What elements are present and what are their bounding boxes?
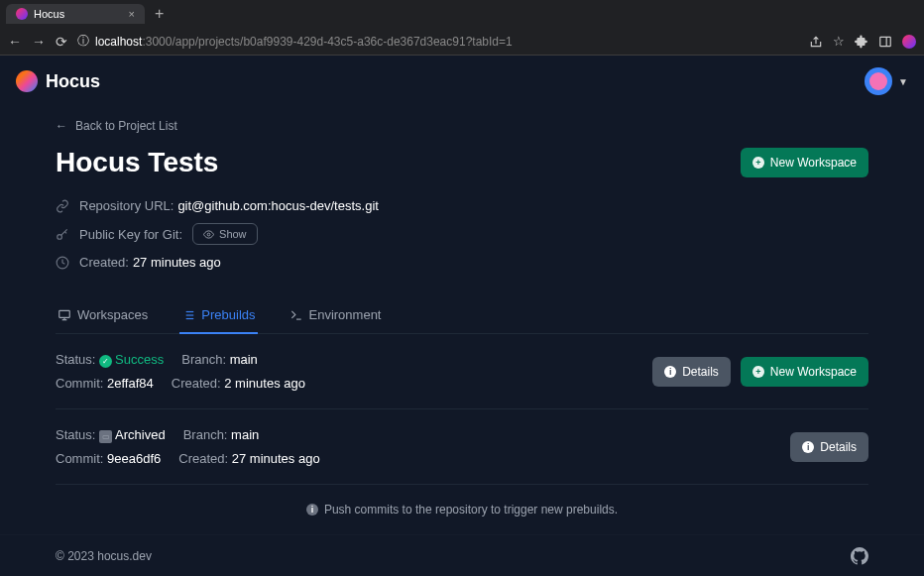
bookmark-icon[interactable]: ☆ <box>833 34 845 49</box>
title-row: Hocus Tests + New Workspace <box>56 147 868 178</box>
tab-environment[interactable]: Environment <box>288 297 384 334</box>
back-button[interactable]: ← <box>8 34 22 50</box>
new-workspace-button[interactable]: + New Workspace <box>741 148 868 177</box>
browser-chrome: Hocus × + ← → ⟳ ⓘ localhost:3000/app/pro… <box>0 0 924 56</box>
favicon <box>16 8 28 20</box>
app: Hocus ▼ ← Back to Project List Hocus Tes… <box>0 56 924 576</box>
logo-mark <box>16 70 38 92</box>
show-pubkey-button[interactable]: Show <box>192 223 258 245</box>
prebuild-row: Status: ✓Success Branch: main Commit: 2e… <box>56 334 868 409</box>
workspaces-icon <box>58 308 71 322</box>
avatar <box>865 67 892 95</box>
tab-environment-label: Environment <box>309 307 382 322</box>
address-bar: ← → ⟳ ⓘ localhost:3000/app/projects/b0af… <box>0 28 924 56</box>
tab-workspaces-label: Workspaces <box>77 307 148 322</box>
tabs: Workspaces Prebuilds Environment <box>56 297 868 334</box>
tab-title: Hocus <box>34 8 64 20</box>
branch-field: Branch: main <box>183 427 260 443</box>
browser-tab[interactable]: Hocus × <box>6 4 145 24</box>
created-field: Created: 27 minutes ago <box>178 451 319 466</box>
clock-icon <box>56 256 69 270</box>
url-field[interactable]: ⓘ localhost:3000/app/projects/b0af9939-4… <box>77 33 799 50</box>
reload-button[interactable]: ⟳ <box>56 34 67 50</box>
info-icon: i <box>306 504 318 516</box>
tab-prebuilds[interactable]: Prebuilds <box>179 297 257 334</box>
created-label: Created: <box>79 255 129 270</box>
svg-rect-5 <box>59 310 70 317</box>
status-value: Success <box>115 352 164 367</box>
chrome-actions: ☆ <box>809 34 916 49</box>
plus-icon: + <box>752 157 764 169</box>
prebuild-actions: i Details <box>790 432 868 462</box>
new-tab-button[interactable]: + <box>155 5 164 23</box>
details-label: Details <box>820 440 857 454</box>
pubkey-label: Public Key for Git: <box>79 227 182 242</box>
url-host: localhost <box>95 35 142 49</box>
github-icon[interactable] <box>851 547 868 565</box>
created-row: Created: 27 minutes ago <box>56 255 868 270</box>
close-tab-icon[interactable]: × <box>129 8 135 20</box>
pubkey-row: Public Key for Git: Show <box>56 223 868 245</box>
prebuild-info: Status: ▭Archived Branch: main Commit: 9… <box>56 427 320 466</box>
forward-button[interactable]: → <box>32 34 46 50</box>
hint-text: Push commits to the repository to trigge… <box>324 503 618 517</box>
prebuild-list: Status: ✓Success Branch: main Commit: 2e… <box>56 334 868 485</box>
plus-icon: + <box>752 366 764 378</box>
page-title: Hocus Tests <box>56 147 218 178</box>
show-label: Show <box>219 228 247 240</box>
tab-prebuilds-label: Prebuilds <box>201 307 255 322</box>
prebuild-row: Status: ▭Archived Branch: main Commit: 9… <box>56 409 868 485</box>
url-path: :3000/app/projects/b0af9939-429d-43c5-a3… <box>142 35 512 49</box>
link-icon <box>56 199 69 213</box>
topnav: Hocus ▼ <box>0 56 924 107</box>
chevron-down-icon: ▼ <box>898 76 908 87</box>
back-link-label: Back to Project List <box>75 119 177 133</box>
prebuilds-icon <box>181 308 195 322</box>
logo[interactable]: Hocus <box>16 70 100 92</box>
arrow-left-icon: ← <box>56 119 67 133</box>
back-link[interactable]: ← Back to Project List <box>56 119 177 133</box>
tab-bar: Hocus × + <box>0 0 924 28</box>
status-field: Status: ▭Archived <box>56 427 166 443</box>
svg-point-2 <box>58 235 62 240</box>
details-button[interactable]: i Details <box>790 432 868 462</box>
details-button[interactable]: i Details <box>652 357 731 387</box>
branch-field: Branch: main <box>181 352 258 368</box>
svg-rect-0 <box>880 37 891 46</box>
archive-icon: ▭ <box>99 430 112 443</box>
logo-text: Hocus <box>46 71 100 92</box>
created-value: 27 minutes ago <box>133 255 221 270</box>
commit-value: 9eea6df6 <box>107 451 161 466</box>
commit-field: Commit: 9eea6df6 <box>56 451 161 466</box>
footer: © 2023 hocus.dev <box>0 534 924 576</box>
new-workspace-button[interactable]: + New Workspace <box>741 357 868 387</box>
repo-label: Repository URL: <box>79 198 173 213</box>
eye-icon <box>203 229 214 240</box>
tab-workspaces[interactable]: Workspaces <box>56 297 150 334</box>
user-menu[interactable]: ▼ <box>865 67 908 95</box>
new-workspace-label: New Workspace <box>770 156 857 170</box>
info-icon: i <box>802 441 814 453</box>
branch-value: main <box>231 427 259 442</box>
created-value: 27 minutes ago <box>232 451 320 466</box>
environment-icon <box>289 308 303 322</box>
prebuild-actions: i Details + New Workspace <box>652 357 868 387</box>
meta-list: Repository URL: git@github.com:hocus-dev… <box>56 198 868 270</box>
site-info-icon[interactable]: ⓘ <box>77 33 89 50</box>
prebuild-info: Status: ✓Success Branch: main Commit: 2e… <box>56 352 305 391</box>
info-icon: i <box>664 366 676 378</box>
commit-value: 2effaf84 <box>107 376 154 391</box>
hint: i Push commits to the repository to trig… <box>56 485 868 534</box>
extensions-icon[interactable] <box>855 35 868 49</box>
created-field: Created: 2 minutes ago <box>172 376 305 391</box>
content: ← Back to Project List Hocus Tests + New… <box>0 107 924 534</box>
svg-point-3 <box>207 233 210 236</box>
branch-value: main <box>230 352 258 367</box>
copyright: © 2023 hocus.dev <box>56 549 152 563</box>
panel-icon[interactable] <box>878 35 892 49</box>
commit-field: Commit: 2effaf84 <box>56 376 154 391</box>
status-field: Status: ✓Success <box>56 352 164 368</box>
created-value: 2 minutes ago <box>224 376 305 391</box>
share-icon[interactable] <box>809 35 823 49</box>
profile-icon[interactable] <box>902 35 916 49</box>
